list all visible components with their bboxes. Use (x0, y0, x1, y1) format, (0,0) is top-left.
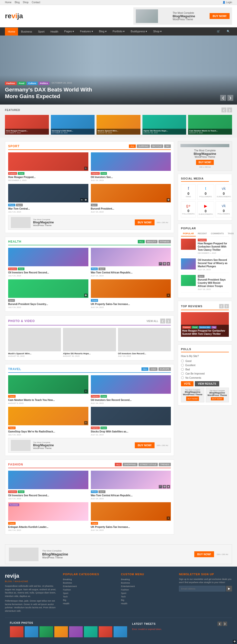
search-icon[interactable]: 🔍 (225, 27, 232, 36)
fashion-filter-style[interactable]: STREET STYLE (138, 463, 158, 466)
footer-menu-entertainment[interactable]: Entertainment (121, 584, 174, 588)
article-tag[interactable]: Travel (8, 395, 16, 398)
article-thumb[interactable]: ✈ (91, 502, 171, 521)
article-tag[interactable]: Photo (91, 268, 98, 270)
flickr-photo[interactable] (114, 626, 127, 637)
nav-pages[interactable]: Pages ▾ (61, 27, 77, 36)
review-tag[interactable]: Fashion (182, 326, 191, 329)
hero-prev-button[interactable]: ❮ (220, 95, 226, 101)
pop-thumb[interactable] (181, 258, 196, 270)
ad-buy-button[interactable]: BUY NOW! (135, 220, 155, 225)
article-tag[interactable]: Sport (91, 204, 98, 206)
social-googleplus[interactable]: g+ 0 FOLLOWERS (181, 202, 196, 218)
footer-cat-business[interactable]: Business (63, 581, 116, 584)
article-tag[interactable]: Food (100, 172, 107, 175)
article-thumb[interactable]: ✈ (91, 279, 171, 298)
footer-menu-health[interactable]: Health (121, 602, 174, 605)
article-thumb[interactable]: 📷 (8, 152, 88, 171)
article-tag[interactable]: Kurdistan (9, 504, 19, 506)
flickr-photo[interactable] (25, 626, 38, 637)
article-tag[interactable]: Travel (91, 522, 98, 525)
footer-menu-sport[interactable]: Sport (121, 592, 174, 595)
newsletter-submit-button[interactable]: ▶ (226, 586, 232, 592)
view-results-button[interactable]: VIEW RESULTS (195, 381, 219, 386)
topbar-login[interactable]: 👤 Login (222, 1, 232, 4)
health-filter-fitness[interactable]: FITNESS (158, 240, 171, 243)
article-thumb[interactable]: ⚽ (8, 279, 88, 298)
poll-radio-bad[interactable] (181, 368, 184, 371)
article-tag[interactable]: Sport (99, 268, 105, 270)
article-tag[interactable]: Fashion (8, 268, 17, 270)
article-tag[interactable]: Fashion (91, 426, 100, 429)
ad-buy-button[interactable]: BUY NOW! (211, 397, 224, 400)
article-tag[interactable]: Food (100, 395, 107, 398)
article-thumb[interactable] (91, 152, 171, 171)
article-thumb[interactable]: 📷 ⚽ ▶ (91, 471, 171, 489)
article-thumb[interactable]: Kurdistan (8, 502, 88, 521)
article-tag[interactable]: Fashion (8, 172, 17, 175)
featured-prev-button[interactable]: ❮ (221, 108, 226, 112)
hero-next-button[interactable]: ❯ (227, 95, 233, 101)
pop-thumb[interactable] (181, 239, 196, 250)
sport-filter-surfing[interactable]: SURFING (137, 144, 150, 148)
article-thumb[interactable]: 📷 ⚽ (8, 184, 88, 202)
logo[interactable]: revija (5, 12, 23, 20)
article-tag[interactable]: Fashion (91, 395, 100, 398)
tweets-next-button[interactable]: ❯ (223, 622, 227, 626)
footer-cat-breaking[interactable]: Breaking (63, 578, 116, 581)
sport-filter-all[interactable]: ALL (129, 144, 136, 148)
review-tag[interactable]: Section title (199, 326, 211, 329)
footer-cat-sport[interactable]: Sport (63, 592, 116, 595)
footer-menu-breaking[interactable]: Breaking (121, 578, 174, 581)
article-tag[interactable]: Photo (8, 204, 15, 206)
topbar-shop[interactable]: Shop (23, 1, 28, 4)
social-facebook[interactable]: f 0 FANS (181, 184, 196, 200)
article-tag[interactable]: Sport (198, 275, 204, 278)
review-main-image[interactable]: Fashion Food Section title Tag How Reaga… (181, 312, 229, 337)
poll-radio-canbeim[interactable] (181, 372, 184, 375)
social-vk[interactable]: vk 0 SUBSCRIBERS (215, 184, 232, 200)
article-tag[interactable]: Fashion (91, 172, 100, 175)
footer-cat-entertainment[interactable]: Entertainment (63, 584, 116, 588)
footer-menu-tech[interactable]: Tech (121, 595, 174, 598)
fashion-filter-all[interactable]: ALL (115, 463, 122, 466)
featured-item[interactable]: How Reagan Prepped... OCTOBER 4, 2018 (5, 115, 49, 134)
tweets-prev-button[interactable]: ❮ (217, 622, 222, 626)
reviews-next-button[interactable]: ❯ (224, 304, 229, 308)
poll-radio-nocomments[interactable] (181, 376, 184, 379)
review-tag[interactable]: Tag (211, 326, 216, 329)
featured-item[interactable]: Alpine Ski Resorts Hope... AUGUST 30, 20… (142, 115, 186, 134)
ad-buy-button[interactable]: BUY NOW! (135, 442, 155, 448)
article-tag[interactable]: Travel (8, 522, 16, 525)
header-ad-buy-button[interactable]: BUY NOW! (210, 13, 229, 19)
article-tag[interactable]: Sport (8, 299, 15, 302)
article-thumb[interactable] (91, 407, 171, 425)
flickr-photo[interactable] (99, 626, 112, 637)
nav-shop[interactable]: Shop ▾ (150, 27, 165, 36)
flickr-photo[interactable] (69, 626, 83, 637)
article-tag[interactable]: Fashion (198, 239, 207, 242)
social-twitter[interactable]: t 0 FOLLOWERS (197, 184, 214, 200)
tab-popular[interactable]: POPULAR (181, 231, 196, 236)
article-tag[interactable]: Sport (16, 204, 23, 206)
social-youtube[interactable]: ▶ 0 SUBSCRIBERS (197, 202, 214, 218)
fashion-filter-shopping[interactable]: SHOPPING (123, 463, 137, 466)
nav-portfolio[interactable]: Portfolio ▾ (110, 27, 128, 36)
featured-item[interactable]: Musk's SpaceX Wire... AUGUST 30, 2015 (97, 115, 140, 134)
photo-thumb[interactable] (63, 328, 116, 351)
fashion-filter-trends[interactable]: TRENDS (159, 463, 171, 466)
health-filter-all[interactable]: ALL (138, 240, 145, 243)
article-thumb[interactable]: ⚽ (91, 184, 171, 202)
poll-radio-good[interactable] (181, 360, 184, 362)
article-thumb[interactable]: 📷 ⚽ ▶ (91, 248, 171, 266)
travel-filter-europe[interactable]: EUROPE (158, 367, 171, 371)
footer-cat-fashion[interactable]: Fashion (63, 588, 116, 592)
ad-buy-button[interactable]: BUY NOW! (186, 396, 199, 401)
tab-comments[interactable]: COMMENTS (209, 231, 226, 236)
review-tag[interactable]: Food (191, 326, 198, 329)
article-thumb[interactable] (8, 471, 88, 489)
nav-blog[interactable]: Blog ▾ (96, 27, 110, 36)
article-tag[interactable]: Travel (91, 299, 98, 302)
sport-filter-bicycle[interactable]: BICYCLE (151, 144, 163, 148)
featured-next-button[interactable]: ❯ (227, 108, 232, 112)
